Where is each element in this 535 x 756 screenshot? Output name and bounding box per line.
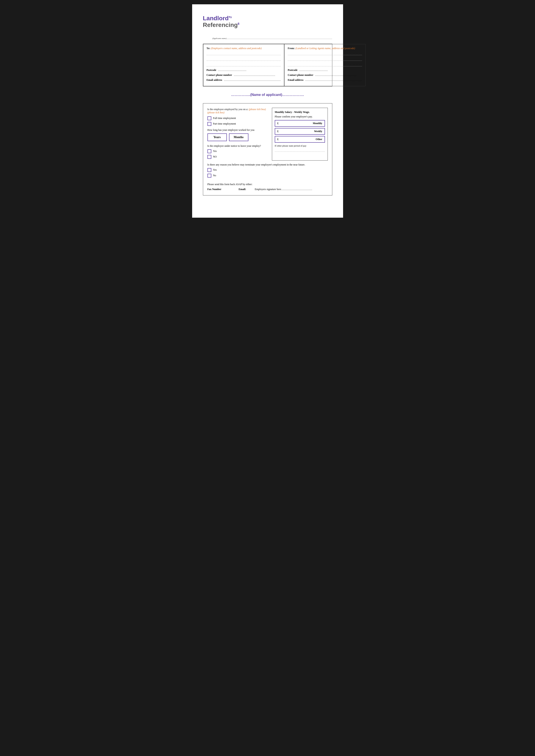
employment-question: Is the employee employed by you on a: (p… — [208, 108, 268, 114]
confirm-pay-text: Please confirm your employee's pay. — [275, 115, 325, 118]
to-address-line2 — [207, 57, 281, 61]
from-postcode-label: Postcode — [288, 68, 297, 72]
to-phone-field: Contact phone number ………………………………………… — [207, 73, 281, 77]
other-pay-row[interactable]: £ Other — [275, 136, 325, 143]
page: Landlord's Referencing8 (Applicants name… — [192, 4, 343, 218]
from-email-field: Email address ………………………………………………………… — [288, 78, 362, 82]
weekly-currency: £ — [277, 130, 279, 133]
send-back-row: Fax Number Email: Employers signature he… — [208, 188, 328, 191]
employment-section: Is the employee employed by you on a: (p… — [208, 108, 328, 161]
to-phone-label: Contact phone number — [207, 73, 232, 77]
part-time-label: Part time employment — [213, 122, 236, 125]
monthly-currency: £ — [277, 122, 279, 125]
logo-referencing-superscript: 8 — [238, 22, 239, 25]
notice-no-label: NO — [213, 155, 217, 158]
logo-area: Landlord's Referencing8 — [203, 15, 332, 28]
email-label: Email: — [239, 188, 246, 191]
from-email-label: Email address — [288, 78, 303, 82]
from-address-line2 — [288, 57, 362, 61]
to-label: To: — [207, 47, 210, 50]
notice-no-checkbox[interactable] — [208, 155, 211, 159]
terminate-yes-checkbox[interactable] — [208, 168, 211, 172]
notice-no-row[interactable]: NO — [208, 155, 268, 159]
terminate-yes-row[interactable]: Yes — [208, 168, 328, 172]
full-time-checkbox[interactable] — [208, 116, 211, 120]
to-postcode-field: Postcode …………………………… — [207, 68, 281, 72]
left-col: Is the employee employed by you on a: (p… — [208, 108, 268, 161]
fax-label: Fax Number — [208, 188, 221, 191]
full-time-row[interactable]: Full time employment — [208, 116, 268, 120]
from-phone-dots: ………………………………………… — [315, 73, 356, 77]
monthly-pay-row[interactable]: £ Monthly — [275, 120, 325, 127]
main-form-box: Is the employee employed by you on a: (p… — [203, 103, 332, 196]
to-box-header: To: (Employers contact name, address and… — [207, 47, 281, 50]
weekly-label: Weekly — [314, 130, 323, 133]
to-address-line3 — [207, 63, 281, 67]
to-postcode-label: Postcode — [207, 68, 216, 72]
to-email-dots: ………………………………………………………… — [224, 78, 281, 82]
years-months-row: Years Months — [208, 133, 268, 141]
logo-landlords: Landlord's — [203, 15, 332, 22]
to-description: (Employers contact name, address and pos… — [211, 47, 262, 50]
monthly-label: Monthly — [313, 122, 322, 125]
months-label: Months — [234, 136, 244, 139]
terminate-question: Is there any reason you believe may term… — [208, 163, 328, 166]
terminate-yes-label: Yes — [213, 168, 217, 172]
send-back-text: Please send this form back ASAP by eithe… — [208, 183, 328, 186]
to-from-row: To: (Employers contact name, address and… — [203, 44, 332, 86]
applicants-name-label: (Applicants name) — [212, 37, 226, 40]
from-box: From: (Landlord or Letting Agents name, … — [284, 44, 366, 86]
other-period-dots — [275, 149, 325, 152]
years-label: Years — [213, 136, 221, 139]
from-address-line3 — [288, 63, 362, 67]
from-label: From: — [288, 47, 295, 50]
notice-yes-row[interactable]: Yes — [208, 149, 268, 153]
full-time-label: Full time employment — [213, 117, 236, 120]
logo-landlords-superscript: s — [230, 15, 232, 19]
to-email-field: Email address ………………………………………………………… — [207, 78, 281, 82]
from-description: (Landlord or Letting Agents name, addres… — [296, 47, 355, 50]
to-email-label: Email address — [207, 78, 222, 82]
applicant-name-center: ……………..(Name of applicant)………………. — [203, 93, 332, 97]
applicants-name-line: (Applicants name)……………………………………………………………… — [203, 37, 332, 40]
from-postcode-field: Postcode …………………………… — [288, 68, 362, 72]
notice-yes-checkbox[interactable] — [208, 149, 211, 153]
terminate-no-label: No — [213, 174, 216, 177]
terminate-no-checkbox[interactable] — [208, 174, 211, 177]
to-phone-dots: ………………………………………… — [234, 73, 275, 77]
part-time-checkbox[interactable] — [208, 122, 211, 126]
part-time-row[interactable]: Part time employment — [208, 122, 268, 126]
notice-yes-label: Yes — [213, 149, 217, 153]
notice-question: Is the employee under notice to leave yo… — [208, 145, 268, 148]
from-box-header: From: (Landlord or Letting Agents name, … — [288, 47, 362, 50]
terminate-section: Is there any reason you believe may term… — [208, 161, 328, 181]
tick-note: (please tick box) — [249, 108, 266, 111]
applicants-name-dots: …………………………………………………………………………………………………………… — [227, 37, 332, 40]
if-other-text: If other please state period of pay — [275, 145, 325, 147]
months-input[interactable]: Months — [229, 133, 248, 141]
salary-title: Monthly Salary - Weekly Wage. — [275, 111, 325, 114]
right-col: Monthly Salary - Weekly Wage. Please con… — [272, 108, 328, 161]
terminate-no-row[interactable]: No — [208, 174, 328, 177]
employment-question-text: Is the employee employed by you on a: — [208, 108, 248, 111]
tick-note-text: (please tick box) — [208, 111, 224, 114]
to-postcode-dots: …………………………… — [218, 68, 246, 72]
from-phone-field: Contact phone number ………………………………………… — [288, 73, 362, 77]
logo-referencing: Referencing8 — [203, 22, 332, 28]
from-phone-label: Contact phone number — [288, 73, 313, 77]
how-long-text: How long has your employee worked for yo… — [208, 128, 268, 132]
from-postcode-dots: …………………………… — [299, 68, 328, 72]
to-address-line1 — [207, 52, 281, 55]
send-back-section: Please send this form back ASAP by eithe… — [208, 181, 328, 191]
weekly-pay-row[interactable]: £ Weekly — [275, 128, 325, 135]
sig-label: Employers signature here……………………………… — [255, 188, 312, 191]
other-label: Other — [316, 138, 323, 141]
years-input[interactable]: Years — [208, 133, 227, 141]
to-box: To: (Employers contact name, address and… — [203, 44, 284, 86]
other-currency: £ — [277, 138, 279, 141]
from-address-line1 — [288, 52, 362, 55]
from-email-dots: ………………………………………………………… — [305, 78, 362, 82]
